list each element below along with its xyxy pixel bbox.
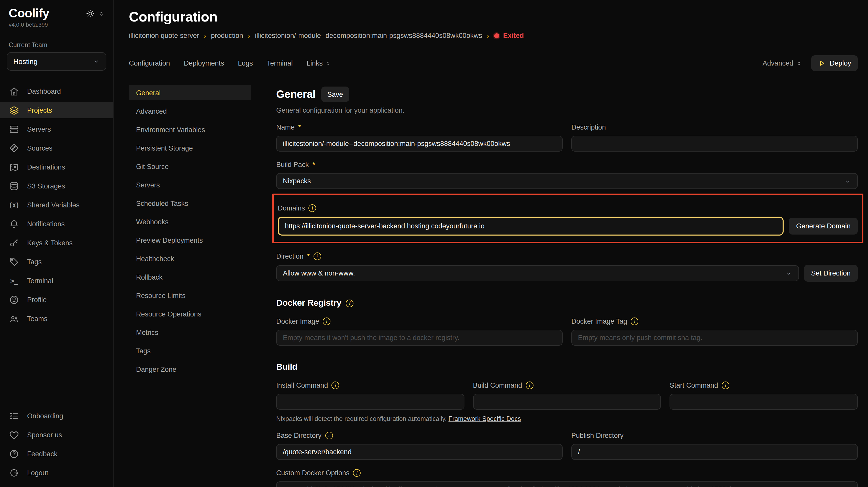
subnav-item-webhooks[interactable]: Webhooks [129, 214, 251, 229]
info-icon[interactable]: i [325, 432, 333, 439]
sidebar-item-s3-storages[interactable]: S3 Storages [0, 178, 113, 194]
required-marker: * [312, 161, 315, 169]
sidebar-item-sponsor-us[interactable]: Sponsor us [0, 427, 113, 443]
sidebar-item-servers[interactable]: Servers [0, 121, 113, 138]
subnav-item-scheduled-tasks[interactable]: Scheduled Tasks [129, 196, 251, 211]
sidebar-item-logout[interactable]: Logout [0, 464, 113, 481]
sidebar-item-label: Shared Variables [27, 201, 80, 209]
chevron-right-icon: › [487, 32, 489, 39]
framework-docs-link[interactable]: Framework Specific Docs [448, 415, 521, 423]
subnav-item-resource-limits[interactable]: Resource Limits [129, 288, 251, 303]
advanced-select[interactable]: Advanced [763, 59, 802, 67]
main-area: Configuration illicitonion quote server … [114, 0, 868, 487]
sidebar-item-label: S3 Storages [27, 182, 65, 190]
sidebar-item-feedback[interactable]: Feedback [0, 446, 113, 462]
theme-select-chevrons-icon[interactable] [98, 10, 104, 17]
direction-select[interactable]: Allow www & non-www. [276, 265, 799, 281]
description-label: Description [571, 123, 606, 131]
subnav-item-healthcheck[interactable]: Healthcheck [129, 251, 251, 266]
breadcrumb-environment[interactable]: production [211, 32, 243, 39]
theme-toggle-sun-icon[interactable] [86, 9, 95, 18]
sidebar-item-projects[interactable]: Projects [0, 102, 113, 119]
subnav-item-danger-zone[interactable]: Danger Zone [129, 362, 251, 377]
info-icon[interactable]: i [526, 381, 533, 389]
docker-registry-heading: Docker Registry [276, 298, 341, 308]
team-select[interactable]: Hosting [7, 53, 106, 71]
breadcrumb-project[interactable]: illicitonion quote server [129, 32, 199, 39]
tab-configuration[interactable]: Configuration [129, 59, 170, 67]
start-command-input[interactable] [670, 394, 858, 410]
docker-image-field-group: Docker Image i [276, 308, 563, 346]
help-circle-icon [9, 449, 19, 459]
install-command-input[interactable] [276, 394, 464, 410]
base-directory-input[interactable] [276, 444, 563, 460]
info-icon[interactable]: i [353, 469, 361, 477]
build-pack-select[interactable]: Nixpacks [276, 173, 858, 189]
info-icon[interactable]: i [631, 317, 639, 325]
breadcrumb-resource[interactable]: illicitestonion/-module--decomposition:m… [255, 32, 482, 39]
build-pack-label: Build Pack [276, 161, 309, 169]
publish-directory-label: Publish Directory [571, 432, 623, 439]
tab-deployments[interactable]: Deployments [184, 59, 224, 67]
sidebar-item-shared-variables[interactable]: (x) Shared Variables [0, 197, 113, 213]
name-input[interactable] [276, 136, 563, 151]
info-icon[interactable]: i [309, 204, 316, 212]
subnav-item-general[interactable]: General [129, 85, 251, 101]
info-icon[interactable]: i [313, 253, 321, 260]
docker-image-input[interactable] [276, 330, 563, 346]
sidebar-item-sources[interactable]: Sources [0, 140, 113, 156]
sidebar-item-keys-tokens[interactable]: Keys & Tokens [0, 235, 113, 251]
subnav-item-environment-variables[interactable]: Environment Variables [129, 122, 251, 137]
sidebar-item-label: Sources [27, 144, 53, 152]
description-input[interactable] [571, 136, 858, 151]
subnav-item-resource-operations[interactable]: Resource Operations [129, 306, 251, 322]
deploy-button[interactable]: Deploy [811, 55, 858, 71]
info-icon[interactable]: i [323, 317, 331, 325]
generate-domain-button[interactable]: Generate Domain [789, 218, 858, 234]
subnav-item-tags[interactable]: Tags [129, 343, 251, 359]
key-icon [9, 238, 19, 248]
info-icon[interactable]: i [346, 299, 354, 307]
toolbar: Advanced Deploy [763, 55, 858, 71]
custom-docker-options-input[interactable] [276, 481, 858, 487]
subnav-item-git-source[interactable]: Git Source [129, 159, 251, 174]
publish-directory-input[interactable] [571, 444, 858, 460]
subnav-item-persistent-storage[interactable]: Persistent Storage [129, 140, 251, 156]
subnav-item-preview-deployments[interactable]: Preview Deployments [129, 232, 251, 248]
subnav-item-rollback[interactable]: Rollback [129, 269, 251, 285]
info-icon[interactable]: i [722, 381, 730, 389]
docker-image-tag-input[interactable] [571, 330, 858, 346]
sidebar-item-terminal[interactable]: >_ Terminal [0, 273, 113, 289]
install-command-label: Install Command [276, 381, 328, 389]
subnav-item-metrics[interactable]: Metrics [129, 325, 251, 340]
sidebar-item-label: Dashboard [27, 88, 61, 95]
set-direction-button[interactable]: Set Direction [804, 265, 858, 282]
sidebar-item-profile[interactable]: Profile [0, 292, 113, 308]
sidebar-item-tags[interactable]: Tags [0, 254, 113, 270]
subnav-item-advanced[interactable]: Advanced [129, 104, 251, 119]
tag-icon [9, 257, 19, 267]
tab-links[interactable]: Links [307, 59, 331, 67]
docker-image-tag-label: Docker Image Tag [571, 317, 627, 325]
sidebar-item-destinations[interactable]: Destinations [0, 159, 113, 175]
sidebar-item-label: Projects [27, 107, 52, 114]
sidebar-item-label: Feedback [27, 450, 58, 458]
save-button[interactable]: Save [321, 87, 349, 102]
tab-logs[interactable]: Logs [238, 59, 253, 67]
sidebar-item-onboarding[interactable]: Onboarding [0, 408, 113, 424]
domains-input[interactable] [278, 217, 784, 235]
heart-icon [9, 430, 19, 440]
base-directory-label: Base Directory [276, 432, 321, 439]
tab-terminal[interactable]: Terminal [267, 59, 293, 67]
sidebar-item-dashboard[interactable]: Dashboard [0, 83, 113, 99]
sidebar-item-notifications[interactable]: Notifications [0, 216, 113, 232]
logout-icon [9, 468, 19, 478]
server-icon [9, 124, 19, 134]
subnav-item-servers[interactable]: Servers [129, 177, 251, 193]
home-icon [9, 87, 19, 96]
tab-bar: Configuration Deployments Logs Terminal … [129, 55, 858, 71]
info-icon[interactable]: i [332, 381, 339, 389]
build-heading: Build [276, 362, 298, 372]
build-command-input[interactable] [473, 394, 661, 410]
sidebar-item-teams[interactable]: Teams [0, 311, 113, 327]
